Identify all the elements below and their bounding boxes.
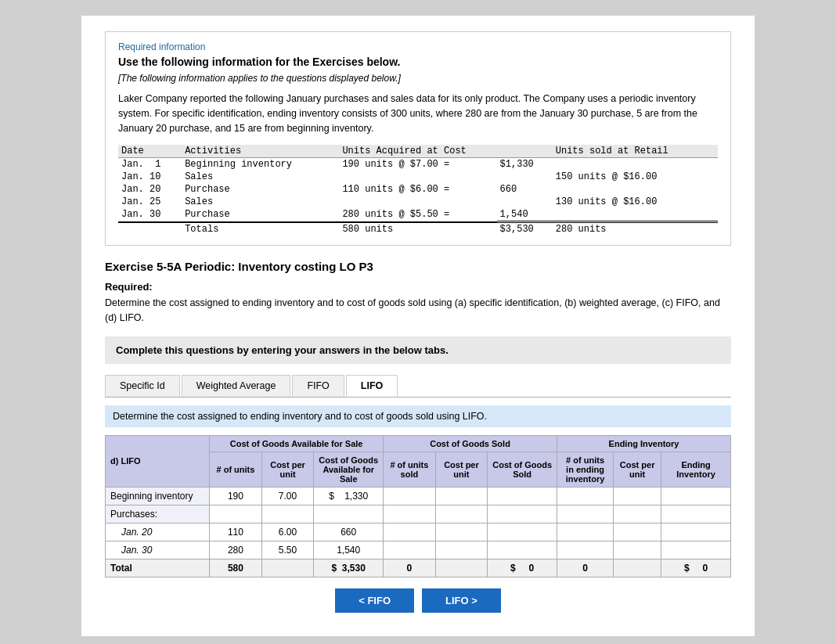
col-date: Date bbox=[118, 145, 182, 158]
row3-cost: 660 bbox=[497, 183, 553, 196]
beg-inv-units: 190 bbox=[210, 487, 262, 505]
nav-buttons: < FIFO LIFO > bbox=[105, 588, 731, 613]
ending-inventory-header: Ending Inventory bbox=[557, 435, 731, 452]
beg-inv-cost-ending-input[interactable] bbox=[618, 491, 656, 502]
beg-inv-label: Beginning inventory bbox=[106, 487, 210, 505]
beg-inv-cost-sold[interactable] bbox=[435, 487, 488, 505]
jan30-total-sold-input[interactable] bbox=[492, 545, 552, 556]
jan30-avail: 1,540 bbox=[314, 541, 384, 559]
total-units: 580 bbox=[210, 559, 262, 577]
required-body: Laker Company reported the following Jan… bbox=[118, 92, 718, 135]
tab-weighted-average[interactable]: Weighted Average bbox=[182, 375, 291, 397]
required-section-label: Required: bbox=[105, 281, 731, 293]
cost-of-goods-available-header: Cost of Goods Available for Sale bbox=[210, 435, 384, 452]
row4-date: Jan. 25 bbox=[118, 196, 182, 208]
beg-inv-units-ending[interactable] bbox=[557, 487, 614, 505]
beg-inv-cost-ending[interactable] bbox=[614, 487, 661, 505]
tab-lifo[interactable]: LIFO bbox=[346, 375, 398, 397]
purch-header-cost-ending bbox=[614, 505, 661, 523]
row1-units: 190 units @ $7.00 = bbox=[339, 158, 496, 171]
row3-sold bbox=[553, 183, 718, 196]
beg-inv-ending-total[interactable] bbox=[661, 487, 731, 505]
beg-inv-total-sold[interactable] bbox=[488, 487, 557, 505]
jan20-units-ending[interactable] bbox=[557, 523, 614, 541]
row4-activity: Sales bbox=[182, 196, 339, 208]
col-cost-per-unit-sold: Cost per unit bbox=[435, 452, 488, 487]
jan30-label: Jan. 30 bbox=[106, 541, 210, 559]
row4-units bbox=[339, 196, 496, 208]
row1-sold bbox=[553, 158, 718, 171]
total-units: 580 units bbox=[339, 222, 496, 236]
col-units-ending: # of units in ending inventory bbox=[557, 452, 614, 487]
info-table: Date Activities Units Acquired at Cost U… bbox=[118, 145, 718, 236]
purch-header-units bbox=[210, 505, 262, 523]
total-cost-sold bbox=[435, 559, 488, 577]
complete-box: Complete this questions by entering your… bbox=[105, 336, 731, 364]
jan30-cost-ending-input[interactable] bbox=[618, 545, 656, 556]
jan30-ending-total-input[interactable] bbox=[666, 545, 726, 556]
jan30-cost-sold-input[interactable] bbox=[441, 545, 483, 556]
col-cost-per-unit: Cost per unit bbox=[261, 452, 314, 487]
jan20-units-sold-input[interactable] bbox=[388, 527, 431, 538]
beg-inv-ending-total-input[interactable] bbox=[666, 491, 726, 502]
total-ending-total: $ 0 bbox=[661, 559, 731, 577]
jan30-ending-total[interactable] bbox=[661, 541, 731, 559]
total-cost-ending bbox=[614, 559, 661, 577]
jan30-units-sold[interactable] bbox=[384, 541, 436, 559]
tab-fifo[interactable]: FIFO bbox=[292, 375, 344, 397]
total-date bbox=[118, 222, 182, 236]
purch-header-avail bbox=[314, 505, 384, 523]
jan20-ending-total[interactable] bbox=[661, 523, 731, 541]
row2-date: Jan. 10 bbox=[118, 171, 182, 183]
beg-inv-cost-sold-input[interactable] bbox=[441, 491, 483, 502]
purch-header-units-ending bbox=[557, 505, 614, 523]
required-label: Required information bbox=[118, 41, 718, 52]
col-cost-ending: Cost per unit bbox=[614, 452, 661, 487]
row4-sold: 130 units @ $16.00 bbox=[553, 196, 718, 208]
purch-header-total-sold bbox=[488, 505, 557, 523]
jan30-units-ending[interactable] bbox=[557, 541, 614, 559]
total-cost: $3,530 bbox=[497, 222, 553, 236]
row5-sold bbox=[553, 208, 718, 222]
beg-inv-cost-per: 7.00 bbox=[261, 487, 314, 505]
jan30-total-sold[interactable] bbox=[488, 541, 557, 559]
jan20-cost-ending-input[interactable] bbox=[618, 527, 656, 538]
jan30-cost-sold[interactable] bbox=[435, 541, 488, 559]
lifo-table: d) LIFO Cost of Goods Available for Sale… bbox=[105, 435, 731, 577]
tab-specific-id[interactable]: Specific Id bbox=[105, 375, 180, 397]
purch-header-ending-total bbox=[661, 505, 731, 523]
row5-activity: Purchase bbox=[182, 208, 339, 222]
jan20-total-sold[interactable] bbox=[488, 523, 557, 541]
jan20-cost-sold-input[interactable] bbox=[441, 527, 483, 538]
beg-inv-avail: $ 1,330 bbox=[314, 487, 384, 505]
jan20-units-ending-input[interactable] bbox=[562, 527, 608, 538]
purch-header-cost bbox=[261, 505, 314, 523]
required-subtitle: [The following information applies to th… bbox=[118, 73, 718, 84]
beg-inv-units-sold-input[interactable] bbox=[388, 491, 431, 502]
jan20-cost-sold[interactable] bbox=[435, 523, 488, 541]
jan30-units-ending-input[interactable] bbox=[562, 545, 608, 556]
back-button[interactable]: < FIFO bbox=[335, 588, 414, 613]
beg-inv-units-ending-input[interactable] bbox=[562, 491, 608, 502]
jan20-cost-ending[interactable] bbox=[614, 523, 661, 541]
total-avail: $ 3,530 bbox=[314, 559, 384, 577]
beg-inv-units-sold[interactable] bbox=[384, 487, 436, 505]
beg-inv-total-sold-input[interactable] bbox=[492, 491, 552, 502]
forward-button[interactable]: LIFO > bbox=[422, 588, 501, 613]
jan30-units-sold-input[interactable] bbox=[388, 545, 431, 556]
jan20-avail: 660 bbox=[314, 523, 384, 541]
section-label-header: d) LIFO bbox=[106, 435, 210, 487]
jan20-units-sold[interactable] bbox=[384, 523, 436, 541]
row3-date: Jan. 20 bbox=[118, 183, 182, 196]
jan20-total-sold-input[interactable] bbox=[492, 527, 552, 538]
jan30-cost-per: 5.50 bbox=[261, 541, 314, 559]
tab-description: Determine the cost assigned to ending in… bbox=[105, 405, 731, 427]
total-units-ending: 0 bbox=[557, 559, 614, 577]
jan30-cost-ending[interactable] bbox=[614, 541, 661, 559]
col-units-sold: # of units sold bbox=[384, 452, 436, 487]
jan20-ending-total-input[interactable] bbox=[666, 527, 726, 538]
row3-units: 110 units @ $6.00 = bbox=[339, 183, 496, 196]
row5-cost: 1,540 bbox=[497, 208, 553, 222]
col-cost-goods-sold: Cost of Goods Sold bbox=[488, 452, 557, 487]
required-title: Use the following information for the Ex… bbox=[118, 56, 718, 68]
